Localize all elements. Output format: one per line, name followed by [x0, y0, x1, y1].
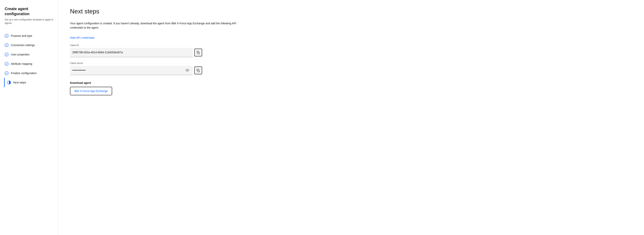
copy-client-id-button[interactable]	[194, 49, 202, 56]
step-label-attribute-mapping: Attribute mapping	[11, 62, 32, 65]
sidebar-item-user-properties[interactable]: User properties	[5, 50, 54, 59]
client-id-group: Client ID	[70, 44, 202, 57]
toggle-secret-visibility-button[interactable]	[184, 67, 190, 73]
sidebar-subtitle: Set up a new configuration template to a…	[5, 18, 54, 25]
svg-point-0	[5, 34, 8, 38]
description-text: Your agent configuration is created. If …	[70, 21, 245, 30]
checkmark-icon	[5, 34, 8, 38]
sidebar-item-next-steps[interactable]: Next steps	[4, 78, 54, 87]
sidebar-item-finalize[interactable]: Finalize configuration	[5, 69, 54, 78]
step-label-next-steps: Next steps	[13, 81, 26, 84]
client-id-input[interactable]	[72, 51, 190, 54]
sidebar-title: Create agent configuration	[5, 6, 54, 16]
copy-icon-2	[196, 69, 200, 72]
svg-point-1	[5, 43, 8, 47]
step-label-purpose: Purpose and type	[11, 34, 32, 37]
step-label-user-properties: User properties	[11, 53, 30, 56]
sidebar-item-purpose[interactable]: Purpose and type	[5, 31, 54, 41]
sidebar-steps: Purpose and type Connection settings Use…	[5, 31, 54, 87]
page-title: Next steps	[70, 8, 632, 15]
svg-point-4	[5, 71, 8, 75]
eye-icon	[186, 69, 189, 72]
svg-point-3	[5, 62, 8, 66]
checkmark-icon-5	[5, 71, 8, 75]
sidebar-item-connection[interactable]: Connection settings	[5, 41, 54, 50]
svg-rect-6	[198, 52, 200, 54]
download-title: Download agent	[70, 81, 632, 84]
step-label-finalize: Finalize configuration	[11, 72, 36, 75]
checkmark-icon-2	[5, 43, 8, 47]
download-link-box[interactable]: IBM X-Force App Exchange	[70, 87, 112, 95]
svg-point-7	[187, 70, 188, 71]
copy-icon	[196, 51, 200, 54]
step-label-connection: Connection settings	[11, 44, 35, 47]
sidebar: Create agent configuration Set up a new …	[0, 0, 58, 235]
client-secret-label: Client secret	[70, 62, 202, 65]
svg-point-2	[5, 53, 8, 56]
client-id-label: Client ID	[70, 44, 202, 47]
client-secret-input[interactable]	[72, 69, 183, 72]
checkmark-icon-3	[5, 53, 8, 56]
half-circle-icon	[7, 81, 11, 84]
copy-client-secret-button[interactable]	[194, 67, 202, 74]
sidebar-item-attribute-mapping[interactable]: Attribute mapping	[5, 59, 54, 69]
hide-api-credentials-link[interactable]: Hide API credentials	[70, 36, 94, 39]
ibm-xforce-link[interactable]: IBM X-Force App Exchange	[74, 90, 108, 93]
svg-rect-8	[198, 70, 200, 72]
checkmark-icon-4	[5, 62, 8, 66]
client-secret-group: Client secret	[70, 62, 202, 75]
main-content: Next steps Your agent configuration is c…	[58, 0, 644, 235]
download-section: Download agent IBM X-Force App Exchange	[70, 81, 632, 95]
